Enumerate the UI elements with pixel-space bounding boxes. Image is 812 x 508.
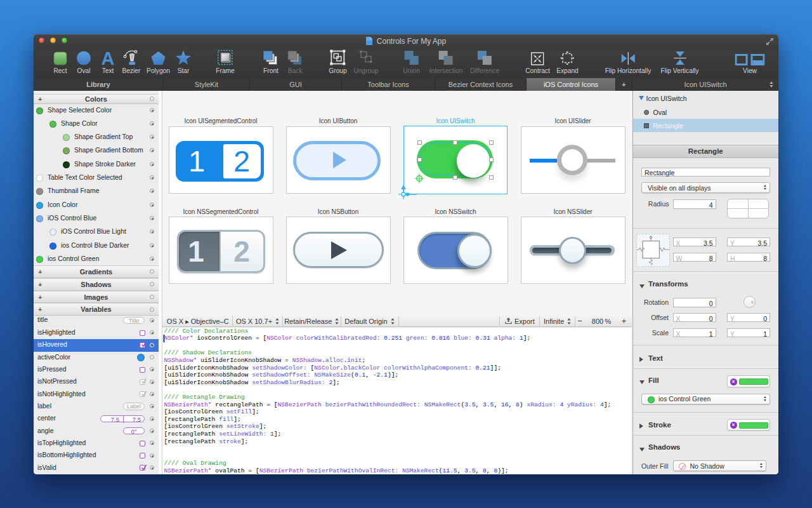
svg-text:A: A: [102, 51, 115, 65]
